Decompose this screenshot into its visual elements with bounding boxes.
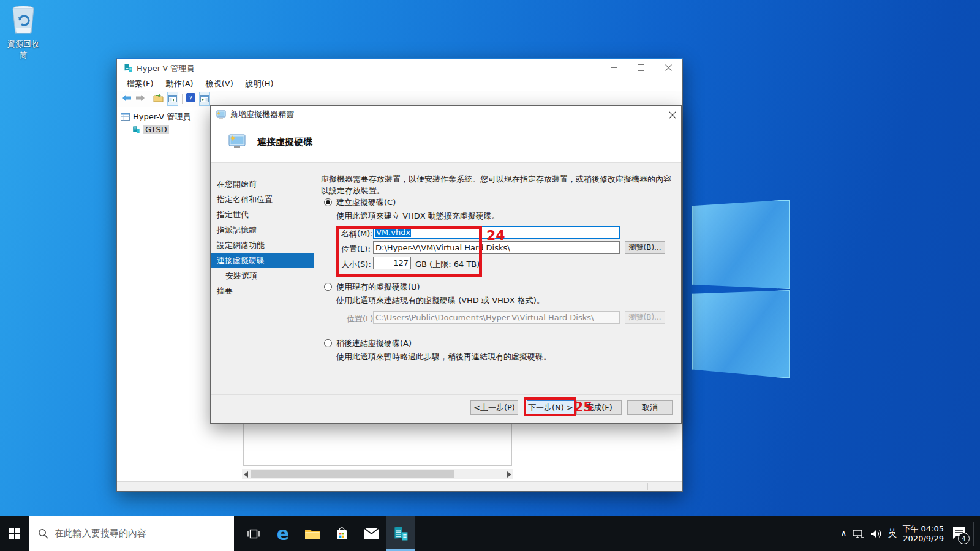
help-button[interactable]: ? xyxy=(186,93,195,105)
scrollbar-thumb[interactable] xyxy=(251,470,454,478)
hyperv-app-icon xyxy=(123,63,133,75)
existing-browse-button: 瀏覽(B)... xyxy=(625,311,665,324)
dialog-titlebar: 新增虛擬機器精靈 xyxy=(211,106,681,123)
scroll-right-arrow[interactable] xyxy=(507,471,511,478)
console-root-icon xyxy=(121,113,130,121)
toolbar-separator xyxy=(182,94,183,104)
tree-host-label: GTSD xyxy=(143,125,169,134)
radio-create-vhd-label: 建立虛擬硬碟(C) xyxy=(336,197,396,208)
menu-view[interactable]: 檢視(V) xyxy=(200,78,239,89)
back-button[interactable] xyxy=(122,93,132,105)
file-explorer-button[interactable] xyxy=(298,516,327,551)
task-view-icon xyxy=(247,528,260,540)
window-titlebar: Hyper-V 管理員 xyxy=(117,59,682,76)
system-tray: ∧ 英 下午 04:05 2020/9/29 4 xyxy=(840,516,980,551)
search-placeholder: 在此輸入要搜尋的內容 xyxy=(55,528,146,539)
edge-icon: e xyxy=(277,525,289,543)
wizard-page-title: 連接虛擬硬碟 xyxy=(257,137,312,148)
annotation-box-24 xyxy=(336,226,482,277)
dialog-title: 新增虛擬機器精靈 xyxy=(230,109,294,120)
store-button[interactable] xyxy=(327,516,356,551)
tree-root-label: Hyper-V 管理員 xyxy=(133,111,190,122)
start-button[interactable] xyxy=(0,516,29,551)
radio-use-existing-label: 使用現有的虛擬硬碟(U) xyxy=(336,282,420,293)
show-action-pane-button[interactable] xyxy=(199,92,210,106)
recycle-bin-shortcut[interactable]: 資源回收筒 xyxy=(4,4,43,61)
radio-attach-later[interactable] xyxy=(324,339,332,347)
step-memory[interactable]: 指派記憶體 xyxy=(211,223,314,238)
wallpaper-logo-pane-top xyxy=(692,200,790,289)
attach-later-desc: 使用此選項來暫時略過此步驟，稍後再連結現有的虛擬硬碟。 xyxy=(336,351,551,362)
tray-chevron-icon[interactable]: ∧ xyxy=(840,528,846,538)
browse-button[interactable]: 瀏覽(B)... xyxy=(625,241,665,254)
back-step-button[interactable]: <上一步(P) xyxy=(470,400,518,415)
mail-icon xyxy=(364,528,379,539)
use-existing-desc: 使用此選項來連結現有的虛擬硬碟 (VHD 或 VHDX 格式)。 xyxy=(336,295,545,306)
radio-attach-later-label: 稍後連結虛擬硬碟(A) xyxy=(336,338,412,349)
step-summary[interactable]: 摘要 xyxy=(211,284,314,299)
svg-text:?: ? xyxy=(189,94,193,102)
recycle-bin-label: 資源回收筒 xyxy=(4,39,43,61)
windows-logo-icon xyxy=(9,528,20,539)
menu-help[interactable]: 說明(H) xyxy=(239,78,280,89)
clock-date: 2020/9/29 xyxy=(902,534,944,544)
maximize-button[interactable] xyxy=(627,59,655,76)
scroll-left-arrow[interactable] xyxy=(244,471,248,478)
store-icon xyxy=(334,527,349,541)
ime-indicator[interactable]: 英 xyxy=(888,528,897,539)
network-icon[interactable] xyxy=(852,529,864,539)
existing-location-label: 位置(L): xyxy=(347,313,376,324)
taskbar: 在此輸入要搜尋的內容 e xyxy=(0,516,980,551)
radio-create-vhd[interactable] xyxy=(324,198,332,206)
annotation-box-25 xyxy=(524,397,576,416)
existing-location-input: C:\Users\Public\Documents\Hyper-V\Virtua… xyxy=(373,311,620,324)
desktop: 資源回收筒 Hyper-V 管理員 檔案(F) 動作(A) 檢視(V) xyxy=(0,0,980,551)
taskbar-search[interactable]: 在此輸入要搜尋的內容 xyxy=(29,516,234,551)
annotation-number-24: 24 xyxy=(486,228,505,243)
volume-icon[interactable] xyxy=(870,529,882,539)
menu-action[interactable]: 動作(A) xyxy=(160,78,200,89)
forward-button[interactable] xyxy=(135,93,145,105)
mail-button[interactable] xyxy=(356,516,386,551)
horizontal-scrollbar[interactable] xyxy=(242,469,513,479)
task-view-button[interactable] xyxy=(239,516,268,551)
edge-button[interactable]: e xyxy=(268,516,298,551)
search-icon xyxy=(38,528,48,539)
step-generation[interactable]: 指定世代 xyxy=(211,208,314,222)
file-explorer-icon xyxy=(304,527,320,541)
export-list-button[interactable] xyxy=(153,93,164,105)
step-before-you-begin[interactable]: 在您開始前 xyxy=(211,177,314,192)
annotation-number-25: 25 xyxy=(574,399,593,414)
clock[interactable]: 下午 04:05 2020/9/29 xyxy=(902,524,944,544)
intro-text: 虛擬機器需要存放裝置，以便安裝作業系統。您可以現在指定存放裝置，或稍後修改虛擬機… xyxy=(321,173,671,197)
notification-badge: 4 xyxy=(958,533,970,544)
wizard-button-row: <上一步(P) 下一步(N) > 完成(F) 取消 xyxy=(211,394,681,423)
show-desktop-divider[interactable] xyxy=(973,522,974,546)
radio-use-existing-vhd[interactable] xyxy=(324,283,332,291)
wizard-content: 虛擬機器需要存放裝置，以便安裝作業系統。您可以現在指定存放裝置，或稍後修改虛擬機… xyxy=(314,162,681,395)
status-bar xyxy=(117,481,682,491)
minimize-button[interactable] xyxy=(600,59,627,76)
step-install-options[interactable]: 安裝選項 xyxy=(211,269,314,283)
step-networking[interactable]: 設定網路功能 xyxy=(211,238,314,253)
create-vhd-desc: 使用此選項來建立 VHDX 動態擴充虛擬硬碟。 xyxy=(336,211,500,222)
wizard-page-icon xyxy=(228,133,246,151)
host-server-icon xyxy=(132,126,140,134)
close-icon xyxy=(669,111,676,119)
wizard-small-icon xyxy=(216,110,226,119)
step-name-location[interactable]: 指定名稱和位置 xyxy=(211,192,314,207)
hyperv-taskbar-button[interactable] xyxy=(386,516,415,551)
menu-file[interactable]: 檔案(F) xyxy=(121,78,160,89)
step-connect-vhd[interactable]: 連接虛擬硬碟 xyxy=(211,253,314,268)
dialog-close-button[interactable] xyxy=(669,110,676,121)
wallpaper-logo-pane-bottom xyxy=(692,290,790,378)
cancel-button[interactable]: 取消 xyxy=(627,400,673,415)
action-center-button[interactable]: 4 xyxy=(952,526,967,542)
menu-bar: 檔案(F) 動作(A) 檢視(V) 說明(H) xyxy=(117,76,682,91)
toolbar-separator xyxy=(149,94,149,104)
show-hide-console-tree-button[interactable] xyxy=(167,92,178,106)
window-title: Hyper-V 管理員 xyxy=(137,63,194,74)
wizard-header: 連接虛擬硬碟 xyxy=(211,123,681,163)
clock-time: 下午 04:05 xyxy=(902,524,944,534)
close-button[interactable] xyxy=(655,59,682,76)
